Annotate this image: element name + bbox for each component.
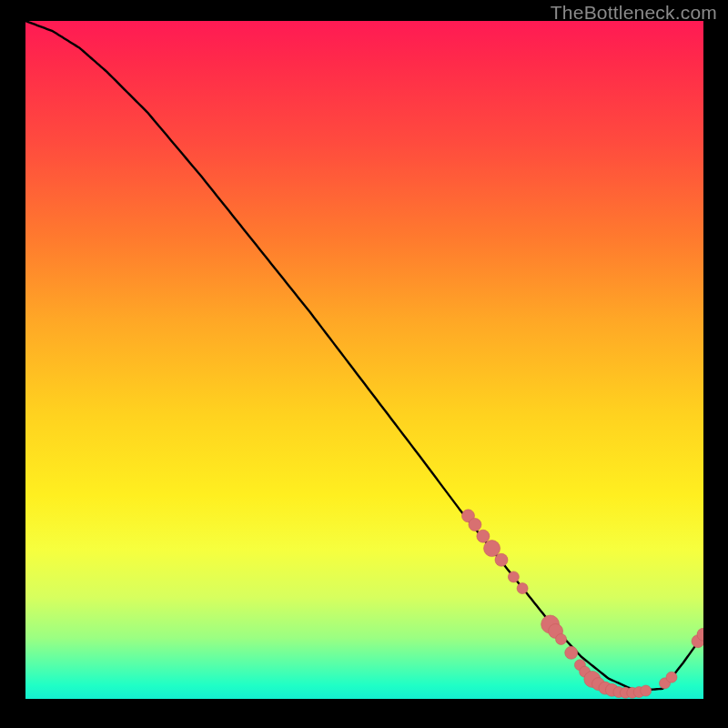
data-point — [484, 541, 500, 557]
chart-svg — [25, 21, 703, 699]
data-point — [469, 519, 481, 531]
data-point — [565, 646, 578, 659]
data-point — [517, 583, 528, 594]
chart-plot-area — [25, 21, 703, 699]
data-point — [477, 530, 490, 542]
data-point — [508, 571, 519, 582]
data-point — [666, 672, 677, 682]
watermark-text: TheBottleneck.com — [551, 2, 717, 24]
data-point — [495, 553, 508, 566]
chart-frame: TheBottleneck.com — [0, 0, 728, 728]
data-point — [556, 633, 567, 644]
data-point — [641, 685, 652, 696]
bottleneck-curve — [25, 21, 703, 691]
